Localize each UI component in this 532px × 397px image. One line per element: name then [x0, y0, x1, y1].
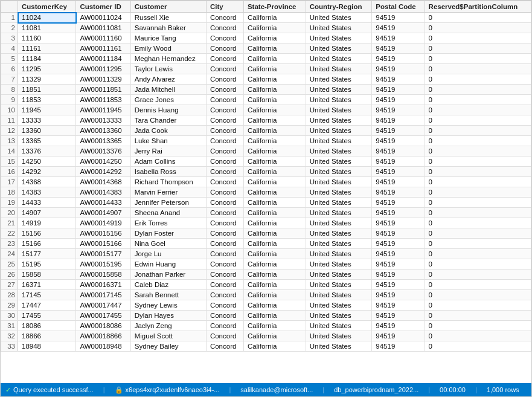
- cell-postalcode[interactable]: 94519: [372, 249, 425, 259]
- cell-stateprovince[interactable]: California: [243, 198, 306, 208]
- cell-reservedpartition[interactable]: 0: [425, 23, 531, 33]
- cell-reservedpartition[interactable]: 0: [425, 146, 531, 157]
- col-header-countryregion[interactable]: Country-Region: [306, 1, 372, 13]
- cell-customer[interactable]: Erik Torres: [130, 218, 206, 228]
- cell-reservedpartition[interactable]: 0: [425, 74, 531, 85]
- cell-reservedpartition[interactable]: 0: [425, 13, 531, 23]
- table-area[interactable]: CustomerKey Customer ID Customer City St…: [1, 1, 531, 383]
- cell-customerkey[interactable]: 13365: [18, 136, 76, 146]
- table-row[interactable]: 1714368AW00014368Richard ThompsonConcord…: [1, 177, 531, 187]
- cell-countryregion[interactable]: United States: [306, 259, 372, 270]
- cell-postalcode[interactable]: 94519: [372, 85, 425, 95]
- table-row[interactable]: 2014907AW00014907Sheena AnandConcordCali…: [1, 208, 531, 218]
- col-header-reservedpartition[interactable]: Reserved$PartitionColumn: [425, 1, 531, 13]
- cell-customerid[interactable]: AW00011945: [76, 105, 130, 115]
- cell-city[interactable]: Concord: [206, 136, 243, 146]
- cell-customer[interactable]: Jorge Lu: [130, 249, 206, 259]
- cell-reservedpartition[interactable]: 0: [425, 239, 531, 249]
- cell-customerkey[interactable]: 11024: [18, 13, 76, 23]
- cell-reservedpartition[interactable]: 0: [425, 126, 531, 136]
- cell-reservedpartition[interactable]: 0: [425, 115, 531, 126]
- cell-customerkey[interactable]: 15195: [18, 259, 76, 270]
- cell-stateprovince[interactable]: California: [243, 74, 306, 85]
- cell-customerkey[interactable]: 14292: [18, 167, 76, 177]
- cell-customer[interactable]: Jerry Rai: [130, 146, 206, 157]
- cell-customer[interactable]: Miguel Scott: [130, 331, 206, 341]
- cell-customerkey[interactable]: 15858: [18, 270, 76, 280]
- cell-customerkey[interactable]: 17447: [18, 300, 76, 311]
- cell-city[interactable]: Concord: [206, 218, 243, 228]
- cell-customer[interactable]: Tara Chander: [130, 115, 206, 126]
- table-row[interactable]: 511184AW00011184Meghan HernandezConcordC…: [1, 54, 531, 64]
- table-row[interactable]: 3017455AW00017455Dylan HayesConcordCalif…: [1, 311, 531, 321]
- cell-reservedpartition[interactable]: 0: [425, 290, 531, 300]
- cell-customer[interactable]: Sydney Lewis: [130, 300, 206, 311]
- cell-customer[interactable]: Savannah Baker: [130, 23, 206, 33]
- cell-customerid[interactable]: AW00011184: [76, 54, 130, 64]
- table-row[interactable]: 811851AW00011851Jada MitchellConcordCali…: [1, 85, 531, 95]
- table-row[interactable]: 1213360AW00013360Jada CookConcordCalifor…: [1, 126, 531, 136]
- cell-customer[interactable]: Maurice Tang: [130, 33, 206, 44]
- cell-stateprovince[interactable]: California: [243, 136, 306, 146]
- cell-stateprovince[interactable]: California: [243, 64, 306, 74]
- cell-countryregion[interactable]: United States: [306, 23, 372, 33]
- cell-customerkey[interactable]: 14433: [18, 198, 76, 208]
- table-row[interactable]: 1514250AW00014250Adam CollinsConcordCali…: [1, 157, 531, 167]
- col-header-stateprovince[interactable]: State-Province: [243, 1, 306, 13]
- cell-customer[interactable]: Jada Mitchell: [130, 85, 206, 95]
- cell-stateprovince[interactable]: California: [243, 33, 306, 44]
- cell-customer[interactable]: Russell Xie: [130, 13, 206, 23]
- cell-postalcode[interactable]: 94519: [372, 177, 425, 187]
- cell-customerid[interactable]: AW00011160: [76, 33, 130, 44]
- cell-stateprovince[interactable]: California: [243, 13, 306, 23]
- cell-postalcode[interactable]: 94519: [372, 105, 425, 115]
- cell-postalcode[interactable]: 94519: [372, 208, 425, 218]
- cell-city[interactable]: Concord: [206, 321, 243, 331]
- table-row[interactable]: 2315166AW00015166Nina GoelConcordCalifor…: [1, 239, 531, 249]
- cell-customerkey[interactable]: 18866: [18, 331, 76, 341]
- cell-customerid[interactable]: AW00018086: [76, 321, 130, 331]
- cell-reservedpartition[interactable]: 0: [425, 280, 531, 290]
- cell-customer[interactable]: Grace Jones: [130, 95, 206, 105]
- cell-countryregion[interactable]: United States: [306, 136, 372, 146]
- cell-postalcode[interactable]: 94519: [372, 167, 425, 177]
- cell-customer[interactable]: Adam Collins: [130, 157, 206, 167]
- cell-countryregion[interactable]: United States: [306, 311, 372, 321]
- cell-postalcode[interactable]: 94519: [372, 44, 425, 54]
- cell-city[interactable]: Concord: [206, 44, 243, 54]
- cell-reservedpartition[interactable]: 0: [425, 54, 531, 64]
- cell-customerid[interactable]: AW00011295: [76, 64, 130, 74]
- cell-customerid[interactable]: AW00017447: [76, 300, 130, 311]
- cell-city[interactable]: Concord: [206, 259, 243, 270]
- cell-stateprovince[interactable]: California: [243, 300, 306, 311]
- cell-city[interactable]: Concord: [206, 157, 243, 167]
- cell-postalcode[interactable]: 94519: [372, 74, 425, 85]
- cell-city[interactable]: Concord: [206, 105, 243, 115]
- cell-customerid[interactable]: AW00018866: [76, 331, 130, 341]
- cell-stateprovince[interactable]: California: [243, 280, 306, 290]
- cell-reservedpartition[interactable]: 0: [425, 259, 531, 270]
- cell-reservedpartition[interactable]: 0: [425, 177, 531, 187]
- cell-customerkey[interactable]: 13360: [18, 126, 76, 136]
- cell-city[interactable]: Concord: [206, 33, 243, 44]
- cell-city[interactable]: Concord: [206, 208, 243, 218]
- cell-customer[interactable]: Nina Goel: [130, 239, 206, 249]
- cell-city[interactable]: Concord: [206, 95, 243, 105]
- cell-customerkey[interactable]: 11851: [18, 85, 76, 95]
- cell-customerkey[interactable]: 17145: [18, 290, 76, 300]
- cell-customer[interactable]: Dennis Huang: [130, 105, 206, 115]
- cell-postalcode[interactable]: 94519: [372, 228, 425, 239]
- cell-stateprovince[interactable]: California: [243, 167, 306, 177]
- table-row[interactable]: 2615858AW00015858Jonathan ParkerConcordC…: [1, 270, 531, 280]
- table-row[interactable]: 1313365AW00013365Luke ShanConcordCalifor…: [1, 136, 531, 146]
- cell-customer[interactable]: Jaclyn Zeng: [130, 321, 206, 331]
- cell-postalcode[interactable]: 94519: [372, 300, 425, 311]
- cell-customerkey[interactable]: 11853: [18, 95, 76, 105]
- cell-countryregion[interactable]: United States: [306, 177, 372, 187]
- table-row[interactable]: 2114919AW00014919Erik TorresConcordCalif…: [1, 218, 531, 228]
- cell-stateprovince[interactable]: California: [243, 259, 306, 270]
- col-header-postalcode[interactable]: Postal Code: [372, 1, 425, 13]
- cell-countryregion[interactable]: United States: [306, 239, 372, 249]
- cell-stateprovince[interactable]: California: [243, 341, 306, 352]
- cell-customer[interactable]: Sarah Bennett: [130, 290, 206, 300]
